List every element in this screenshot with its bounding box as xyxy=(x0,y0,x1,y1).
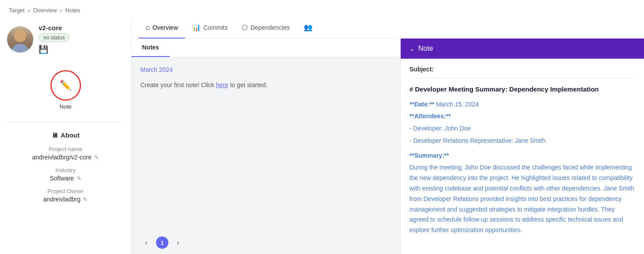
status-badge: no status xyxy=(39,33,70,42)
sidebar-divider xyxy=(7,122,124,123)
next-page-button[interactable]: › xyxy=(172,236,184,249)
project-name-row: Project name andreivladbrg/v2-core ✎ xyxy=(7,146,124,161)
notes-empty-message: Create your first note! Click here to ge… xyxy=(140,80,391,90)
tab-dependencies[interactable]: ⬡ Dependencies xyxy=(235,17,297,39)
project-name-value: andreivladbrg/v2-core ✎ xyxy=(32,154,99,161)
right-panel: ⌄ Note Subject: # Developer Meeting Summ… xyxy=(401,39,644,254)
pencil-icon: ✏️ xyxy=(60,80,71,91)
tab-commits[interactable]: 📊 Commits xyxy=(185,17,235,39)
people-icon: 👥 xyxy=(304,23,313,32)
profile-name: v2-core xyxy=(39,24,70,32)
note-panel-title: Note xyxy=(418,45,433,53)
dependencies-icon: ⬡ xyxy=(242,23,248,32)
note-circle-button[interactable]: ✏️ xyxy=(50,70,81,101)
industry-row: Industry Software ✎ xyxy=(7,167,124,182)
project-owner-row: Project Owner andreivladbrg ✎ xyxy=(7,188,124,203)
tab-people[interactable]: 👥 xyxy=(297,17,320,39)
notes-main-panel: Notes March 2024 Create your first note!… xyxy=(132,39,401,254)
sidebar: v2-core no status 💾 ✏️ Note 🖥 About Proj… xyxy=(0,17,132,254)
tab-overview[interactable]: ⌂ Overview xyxy=(139,18,185,39)
profile-info: v2-core no status 💾 xyxy=(39,24,70,54)
subject-row: Subject: xyxy=(409,66,635,78)
notes-tab[interactable]: Notes xyxy=(132,39,170,57)
note-attendees-label: **Attendees:** xyxy=(409,111,635,122)
note-text-content: # Developer Meeting Summary: Dependency … xyxy=(409,84,635,236)
avatar xyxy=(7,26,33,53)
notes-tab-header: Notes xyxy=(132,39,400,57)
notes-here-link[interactable]: here xyxy=(216,81,228,88)
breadcrumb: Target » Overview » Notes xyxy=(0,0,644,17)
content-area: ⌂ Overview 📊 Commits ⬡ Dependencies 👥 No… xyxy=(132,17,644,254)
note-label: Note xyxy=(60,103,71,110)
github-icon: 💾 xyxy=(39,45,70,54)
project-name-label: Project name xyxy=(49,146,82,152)
current-page: 1 xyxy=(156,236,168,249)
project-owner-edit-icon[interactable]: ✎ xyxy=(83,196,88,203)
breadcrumb-target: Target xyxy=(9,7,25,14)
breadcrumb-overview: Overview xyxy=(33,7,57,14)
about-section: 🖥 About Project name andreivladbrg/v2-co… xyxy=(7,128,124,212)
industry-value: Software ✎ xyxy=(50,175,81,182)
note-summary-label: **Summary:** xyxy=(409,151,635,161)
note-attendee2: - Developer Relations Representative: Ja… xyxy=(409,136,635,146)
chevron-down-icon: ⌄ xyxy=(409,45,415,52)
note-summary-text: During the meeting, John Doe discussed t… xyxy=(409,162,635,236)
note-heading: # Developer Meeting Summary: Dependency … xyxy=(409,84,635,95)
project-owner-value: andreivladbrg ✎ xyxy=(43,196,88,203)
note-button-container: ✏️ Note xyxy=(7,70,124,110)
notes-content: Notes March 2024 Create your first note!… xyxy=(132,39,644,254)
profile-section: v2-core no status 💾 xyxy=(7,24,124,54)
monitor-icon: 🖥 xyxy=(51,131,58,139)
industry-edit-icon[interactable]: ✎ xyxy=(77,175,82,182)
project-owner-label: Project Owner xyxy=(47,188,83,194)
note-attendee1: - Developer: John Doe xyxy=(409,123,635,134)
commits-icon: 📊 xyxy=(192,23,201,32)
note-panel-header[interactable]: ⌄ Note xyxy=(401,39,644,59)
notes-body: March 2024 Create your first note! Click… xyxy=(132,57,400,231)
notes-pagination: ‹ 1 › xyxy=(132,231,400,254)
prev-page-button[interactable]: ‹ xyxy=(140,236,153,249)
industry-label: Industry xyxy=(55,167,75,173)
note-detail: Subject: # Developer Meeting Summary: De… xyxy=(401,59,644,254)
notes-month: March 2024 xyxy=(140,66,391,73)
subject-label: Subject: xyxy=(409,66,434,73)
about-title: 🖥 About xyxy=(7,131,124,139)
tabs-bar: ⌂ Overview 📊 Commits ⬡ Dependencies 👥 xyxy=(132,17,644,39)
overview-icon: ⌂ xyxy=(146,24,150,32)
project-name-edit-icon[interactable]: ✎ xyxy=(94,154,99,161)
note-date-line: **Date:** March 15, 2024 xyxy=(409,99,635,110)
breadcrumb-notes: Notes xyxy=(65,7,80,14)
